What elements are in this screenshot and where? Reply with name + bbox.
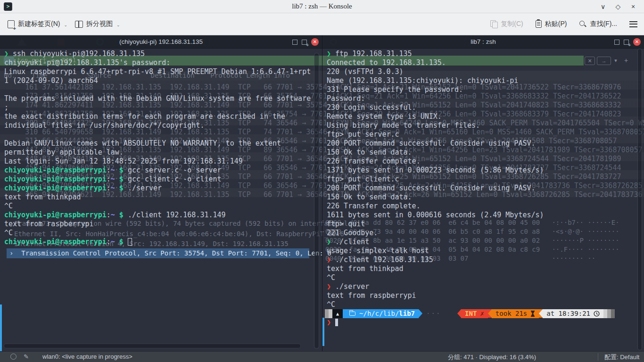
profile-label[interactable]: 配置: Default xyxy=(604,353,639,362)
capture-status-text: wlan0: <live capture in progress> xyxy=(42,353,132,360)
paste-label: 粘贴(P) xyxy=(545,20,567,28)
left-pane-header: (chiyoyuki-pi) 192.168.31.135 ✕ xyxy=(0,35,322,49)
new-tab-label: 新建标签页(N) xyxy=(18,20,60,28)
minimize-button[interactable]: ∨ xyxy=(598,1,608,12)
exit-status-segment: INT✗ xyxy=(461,309,488,318)
terminal-line: permitted by applicable law. xyxy=(4,148,322,157)
terminal-line: Linux raspberrypi 6.6.47+rpt-rpi-v8 #1 S… xyxy=(4,67,322,76)
cross-icon: ✗ xyxy=(480,309,484,318)
terminal-line: ^C xyxy=(4,229,322,238)
pane-close-button[interactable]: ✕ xyxy=(633,38,641,46)
powerline-dots: ··· xyxy=(426,309,441,318)
right-pane: lib7 : zsh ✕ ❯ ftp 192.168.31.135Connect… xyxy=(322,35,644,351)
powerline-block xyxy=(603,309,607,318)
terminal-line: usage: simplex-talk host xyxy=(327,247,644,255)
terminal-line: 1371 bytes sent in 0.000223 seconds (5.8… xyxy=(327,166,644,175)
left-pane-title: (chiyoyuki-pi) 192.168.31.135 xyxy=(0,35,322,49)
terminal-line: 226 Transfer complete. xyxy=(327,202,644,211)
powerline-separator xyxy=(488,309,492,318)
right-terminal[interactable]: ❯ ftp 192.168.31.135Connected to 192.168… xyxy=(322,49,644,351)
terminal-line: 1611 bytes sent in 0.000616 seconds (2.4… xyxy=(327,211,644,220)
pane-maximize-icon[interactable] xyxy=(614,40,619,45)
copy-icon xyxy=(490,20,497,28)
terminal-line: ❯ ssh chiyoyuki-pi@192.168.31.135 xyxy=(4,49,322,58)
chevron-down-icon: ⌄ xyxy=(64,23,67,28)
terminal-line: The programs included with the Debian GN… xyxy=(4,94,322,103)
terminal-line: chiyoyuki-pi@raspberrypi:~ $ gcc server.… xyxy=(4,166,322,175)
clock-icon xyxy=(594,311,600,317)
terminal-line: 220 (vsFTPd 3.0.3) xyxy=(327,67,644,76)
terminal-line: 230 Login successful. xyxy=(327,103,644,112)
find-button[interactable]: 查找(F)... xyxy=(579,20,617,28)
text-cursor-block xyxy=(335,319,338,326)
terminal-line: ; xyxy=(4,103,322,112)
terminal-line: 150 Ok to send data. xyxy=(327,148,644,157)
powerline-prompt: ▲ ~/h/c/lib/lib7 ··· INT✗ took 21s xyxy=(325,309,615,318)
maximize-button[interactable]: ◇ xyxy=(613,1,623,12)
terminal-line: Name (192.168.31.135:chiyoyuki): chiyoyu… xyxy=(327,76,644,85)
pane-maximize-icon[interactable] xyxy=(292,40,297,45)
capture-status-icon[interactable] xyxy=(10,354,17,360)
annotation-icon[interactable]: ✎ xyxy=(24,353,29,360)
terminal-line: ❯ ftp 192.168.31.135 xyxy=(327,49,644,58)
chevron-down-icon: ⌄ xyxy=(116,23,120,28)
terminal-line: 150 Ok to send data. xyxy=(327,193,644,202)
terminal-line: ❯ ./client 192.168.31.135 xyxy=(327,255,644,264)
right-pane-title: lib7 : zsh xyxy=(322,35,644,49)
duration-segment: took 21s xyxy=(492,309,539,318)
pane-detach-icon[interactable] xyxy=(302,40,307,45)
time-segment: at 18:39:21 xyxy=(543,309,603,318)
powerline-block xyxy=(611,309,615,318)
terminal-line: Last login: Sun Jan 12 18:48:52 2025 fro… xyxy=(4,157,322,166)
terminal-line: the exact distribution terms for each pr… xyxy=(4,112,322,121)
powerline-block xyxy=(607,309,611,318)
hourglass-icon xyxy=(530,311,535,317)
terminal-line: ❯ xyxy=(327,318,644,327)
copy-label: 复制(C) xyxy=(501,20,523,28)
terminal-line: Password: xyxy=(327,94,644,103)
terminal-line: Using binary mode to transfer files. xyxy=(327,121,644,130)
terminal-line: 221 Goodbye. xyxy=(327,229,644,238)
toolbar: 新建标签页(N) ⌄ 拆分视图 ⌄ 复制(C) 粘贴(P) 查找(F)... xyxy=(0,13,644,35)
left-pane: (chiyoyuki-pi) 192.168.31.135 ✕ ❯ ssh ch… xyxy=(0,35,322,351)
cwd-segment: ~/h/c/lib/lib7 xyxy=(343,309,419,318)
new-tab-icon xyxy=(8,20,15,28)
text-cursor-hollow xyxy=(128,238,132,246)
terminal-line: ^C xyxy=(327,300,644,309)
terminal-line: Connected to 192.168.31.135. xyxy=(327,58,644,67)
hamburger-icon xyxy=(629,21,637,27)
powerline-separator xyxy=(419,309,422,318)
folder-icon xyxy=(349,312,355,316)
window-title: lib7 : zsh — Konsole xyxy=(0,2,644,10)
terminal-line: chiyoyuki-pi@raspberrypi:~ $ xyxy=(4,238,322,247)
terminal-line: 331 Please specify the password. xyxy=(327,85,644,94)
terminal-line: text from thinkpad xyxy=(327,264,644,273)
konsole-window: > lib7 : zsh — Konsole ∨ ◇ × 新建标签页(N) ⌄ … xyxy=(0,0,644,362)
powerline-block xyxy=(325,309,329,318)
split-view-label: 拆分视图 xyxy=(86,20,113,28)
right-pane-header: lib7 : zsh ✕ xyxy=(322,35,644,49)
terminal-line: ftp> quit xyxy=(327,220,644,229)
split-view-button[interactable]: 拆分视图 ⌄ xyxy=(75,20,120,28)
terminal-line: ❯ ./client xyxy=(327,238,644,247)
powerline-separator xyxy=(539,309,543,318)
paste-icon xyxy=(536,20,542,28)
packet-stats: 分组: 471 · Displayed: 16 (3.4%) xyxy=(448,353,536,362)
powerline-block xyxy=(329,309,332,318)
copy-button[interactable]: 复制(C) xyxy=(490,20,523,28)
menu-button[interactable] xyxy=(629,21,637,27)
os-indicator: ▲ xyxy=(332,309,343,318)
terminal-line: 200 PORT command successful. Consider us… xyxy=(327,139,644,148)
terminal-line: ❯ ./server xyxy=(327,282,644,291)
left-terminal[interactable]: ❯ ssh chiyoyuki-pi@192.168.31.135chiyoyu… xyxy=(0,49,322,351)
new-tab-button[interactable]: 新建标签页(N) ⌄ xyxy=(8,20,67,28)
terminal-line: 1 (2024-09-02) aarch64 xyxy=(4,76,322,85)
main-area: tcp.port == 7701 ✕ → ▾ + No. Time Source… xyxy=(0,35,644,362)
search-icon xyxy=(579,20,586,28)
pane-close-button[interactable]: ✕ xyxy=(311,38,319,46)
close-button[interactable]: × xyxy=(628,1,638,12)
pane-detach-icon[interactable] xyxy=(624,40,629,45)
paste-button[interactable]: 粘贴(P) xyxy=(536,20,567,28)
terminal-line: 200 PORT command successful. Consider us… xyxy=(327,184,644,193)
terminal-line: ^C xyxy=(4,202,322,211)
